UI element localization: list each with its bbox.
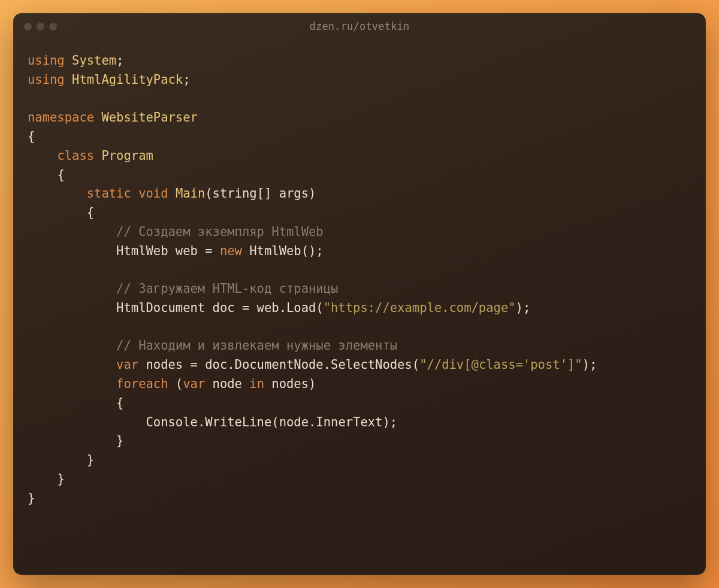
stmt: nodes) xyxy=(264,377,316,391)
stmt: nodes = doc.DocumentNode.SelectNodes( xyxy=(138,357,419,372)
string-literal: "https://example.com/page" xyxy=(324,301,516,315)
id-main: Main xyxy=(176,186,205,201)
brace: } xyxy=(28,491,35,505)
kw-void: void xyxy=(138,186,168,201)
kw-var: var xyxy=(116,357,138,372)
id-program: Program xyxy=(101,148,153,163)
stmt: ); xyxy=(582,357,597,372)
stmt: ( xyxy=(168,377,183,391)
code-editor[interactable]: using System; using HtmlAgilityPack; nam… xyxy=(13,40,706,575)
paren: ) xyxy=(309,186,316,201)
brace: { xyxy=(57,168,64,182)
kw-using: using xyxy=(28,53,65,68)
close-icon[interactable] xyxy=(24,23,32,31)
id-htmlagilitypack: HtmlAgilityPack xyxy=(72,72,183,87)
stmt: Console.WriteLine(node.InnerText); xyxy=(146,415,397,429)
brace: } xyxy=(87,453,94,467)
window-titlebar: dzen.ru/otvetkin xyxy=(13,13,706,40)
code-window: dzen.ru/otvetkin using System; using Htm… xyxy=(13,13,706,575)
stmt: HtmlWeb(); xyxy=(242,244,324,258)
comment: // Создаем экземпляр HtmlWeb xyxy=(116,225,324,239)
stmt: ); xyxy=(516,301,531,315)
brace: { xyxy=(28,129,35,144)
kw-static: static xyxy=(87,186,131,201)
string-literal: "//div[@class='post']" xyxy=(419,357,582,372)
brace: { xyxy=(87,205,94,220)
stmt: HtmlWeb web = xyxy=(116,244,220,258)
kw-foreach: foreach xyxy=(116,377,168,391)
param-list: string[] args xyxy=(213,186,309,201)
kw-using: using xyxy=(28,72,65,87)
maximize-icon[interactable] xyxy=(49,23,57,31)
paren: ( xyxy=(205,186,212,201)
minimize-icon[interactable] xyxy=(37,23,44,31)
kw-new: new xyxy=(220,244,242,258)
kw-var: var xyxy=(183,377,205,391)
window-controls xyxy=(24,23,57,31)
window-title: dzen.ru/otvetkin xyxy=(13,20,706,32)
brace: } xyxy=(116,434,123,448)
kw-namespace: namespace xyxy=(28,110,94,125)
id-system: System xyxy=(72,53,116,68)
brace: } xyxy=(57,472,64,486)
comment: // Находим и извлекаем нужные элементы xyxy=(116,338,397,353)
kw-class: class xyxy=(57,148,94,163)
brace: { xyxy=(116,396,123,410)
kw-in: in xyxy=(249,377,264,391)
stmt: node xyxy=(205,377,249,391)
id-namespace: WebsiteParser xyxy=(101,110,197,125)
stmt: HtmlDocument doc = web.Load( xyxy=(116,301,324,315)
comment: // Загружаем HTML-код страницы xyxy=(116,281,338,296)
